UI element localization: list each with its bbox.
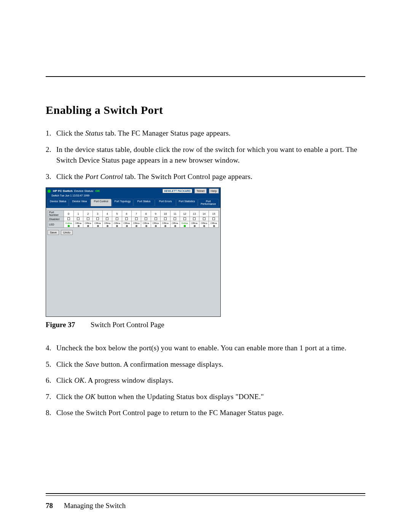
port-disabled-checkbox[interactable] (180, 217, 190, 221)
tab-port-status[interactable]: Port Status (134, 199, 155, 206)
port-led-cell: Online (180, 221, 190, 228)
step-2: In the device status table, double click… (46, 144, 365, 166)
hp-logo: HEWLETT PACKARD (162, 189, 192, 193)
port-number-cell: 1 (73, 211, 83, 217)
step-4: Uncheck the box below the port(s) you wa… (46, 343, 365, 354)
led-offline-icon (203, 225, 205, 227)
port-disabled-checkbox[interactable] (93, 217, 102, 221)
tab-port-errors[interactable]: Port Errors (155, 199, 176, 206)
checkbox-icon[interactable] (87, 217, 89, 220)
led-offline-icon (213, 225, 215, 227)
port-led-cell: Offline (209, 221, 219, 228)
tab-port-topology[interactable]: Port Topology (112, 199, 133, 206)
page-number: 78 (46, 502, 53, 510)
tab-device-status[interactable]: Device Status (48, 199, 68, 206)
led-offline-icon (87, 225, 89, 227)
checkbox-icon[interactable] (183, 217, 186, 220)
footer-section-title: Managing the Switch (64, 502, 126, 510)
checkbox-icon[interactable] (135, 217, 138, 220)
row-label-port-number: Port Number (48, 211, 64, 217)
section-heading: Enabling a Switch Port (46, 104, 365, 117)
port-disabled-checkbox[interactable] (141, 217, 151, 221)
port-disabled-checkbox[interactable] (131, 217, 141, 221)
led-offline-icon (145, 225, 147, 227)
tab-port-performance[interactable]: Port Performance (198, 199, 219, 206)
led-online-icon (68, 225, 70, 227)
led-online-icon (184, 225, 186, 227)
device-status-label: Device Status: (74, 189, 94, 193)
step-text: In the device status table, double click… (56, 145, 357, 165)
led-offline-icon (174, 225, 176, 227)
port-led-cell: Offline (122, 221, 131, 228)
step-8: Close the Switch Port Control page to re… (46, 407, 365, 419)
save-button[interactable]: Save (48, 230, 59, 235)
page-footer: 78 Managing the Switch (46, 502, 126, 510)
port-control-panel: Port Number0123456789101112131415 Disabl… (46, 208, 220, 316)
telnet-button[interactable]: Telnet (194, 189, 206, 193)
step-emph: Port Control (85, 173, 123, 181)
tab-port-statistics[interactable]: Port Statistics (176, 199, 197, 206)
checkbox-icon[interactable] (96, 217, 99, 220)
tab-device-view[interactable]: Device View (69, 199, 90, 206)
port-table: Port Number0123456789101112131415 Disabl… (48, 210, 219, 228)
checkbox-icon[interactable] (164, 217, 167, 220)
checkbox-icon[interactable] (193, 217, 196, 220)
led-offline-icon (107, 225, 108, 227)
port-disabled-checkbox[interactable] (161, 217, 170, 221)
checkbox-icon[interactable] (203, 217, 206, 220)
port-number-cell: 6 (122, 211, 131, 217)
checkbox-icon[interactable] (106, 217, 108, 220)
port-disabled-checkbox[interactable] (64, 217, 74, 221)
led-offline-icon (135, 225, 137, 227)
help-button[interactable]: Help (209, 189, 219, 193)
port-number-cell: 10 (161, 211, 170, 217)
port-number-cell: 4 (102, 211, 112, 217)
port-disabled-checkbox[interactable] (199, 217, 209, 221)
steps-list-2: Uncheck the box below the port(s) you wa… (46, 343, 365, 419)
device-status-value: OK (95, 189, 100, 193)
checkbox-icon[interactable] (77, 217, 80, 220)
footer-rule-thin (46, 495, 365, 496)
checkbox-icon[interactable] (145, 217, 147, 220)
port-led-cell: Offline (131, 221, 141, 228)
port-disabled-checkbox[interactable] (190, 217, 199, 221)
port-disabled-checkbox[interactable] (151, 217, 160, 221)
port-number-cell: 15 (209, 211, 219, 217)
checkbox-icon[interactable] (67, 217, 70, 220)
step-6: Click OK. A progress window displays. (46, 375, 365, 386)
port-number-cell: 0 (64, 211, 74, 217)
undo-button[interactable]: Undo (61, 230, 73, 235)
port-led-cell: Online (64, 221, 74, 228)
screenshot: HP FC Switch Device Status: OK HEWLETT P… (46, 187, 221, 317)
steps-list-1: Click the Status tab. The FC Manager Sta… (46, 128, 365, 182)
port-disabled-checkbox[interactable] (83, 217, 92, 221)
checkbox-icon[interactable] (212, 217, 215, 220)
checkbox-icon[interactable] (116, 217, 118, 220)
footer-rule-thick (46, 493, 365, 494)
port-disabled-checkbox[interactable] (73, 217, 83, 221)
led-offline-icon (78, 225, 80, 227)
page: Enabling a Switch Port Click the Status … (0, 0, 411, 532)
checkbox-icon[interactable] (155, 217, 157, 220)
step-text: Click the (56, 360, 85, 368)
port-number-cell: 11 (170, 211, 180, 217)
port-disabled-checkbox[interactable] (112, 217, 122, 221)
led-offline-icon (97, 225, 99, 227)
checkbox-icon[interactable] (174, 217, 176, 220)
port-number-cell: 5 (112, 211, 122, 217)
port-disabled-checkbox[interactable] (102, 217, 112, 221)
step-emph: OK (85, 393, 96, 401)
panel-buttons: Save Undo (48, 230, 219, 235)
port-disabled-checkbox[interactable] (209, 217, 219, 221)
port-disabled-checkbox[interactable] (122, 217, 131, 221)
led-offline-icon (116, 225, 118, 227)
figure-caption-text: Switch Port Control Page (91, 321, 164, 329)
tab-port-control[interactable]: Port Control (91, 199, 112, 206)
tab-bar: Device StatusDevice ViewPort ControlPort… (46, 198, 220, 208)
window-title: HP FC Switch (53, 189, 73, 193)
port-disabled-checkbox[interactable] (170, 217, 180, 221)
figure-label: Figure 37 (46, 321, 75, 329)
checkbox-icon[interactable] (125, 217, 128, 220)
status-led-icon (48, 190, 51, 193)
port-number-cell: 8 (141, 211, 151, 217)
